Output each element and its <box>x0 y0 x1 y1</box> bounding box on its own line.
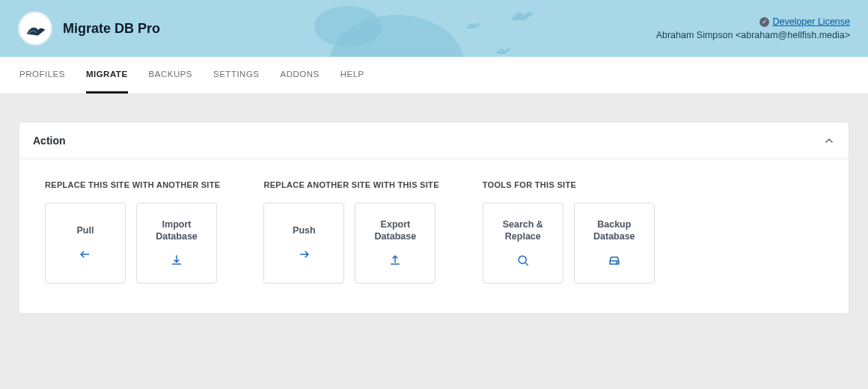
card-label: Export Database <box>363 218 427 243</box>
card-push[interactable]: Push <box>263 203 344 284</box>
user-line: Abraham Simpson <abraham@hellfish.media> <box>656 30 850 40</box>
card-label: Backup Database <box>582 218 647 243</box>
card-export-database[interactable]: Export Database <box>355 203 435 284</box>
group-replace-this: REPLACE THIS SITE WITH ANOTHER SITE Pull… <box>45 180 220 284</box>
app-title: Migrate DB Pro <box>63 21 160 37</box>
tab-settings[interactable]: SETTINGS <box>213 57 260 94</box>
download-icon <box>169 253 184 268</box>
svg-point-0 <box>519 256 526 263</box>
action-panel: Action REPLACE THIS SITE WITH ANOTHER SI… <box>19 123 849 313</box>
svg-point-1 <box>617 263 617 263</box>
decor-cloud <box>314 6 382 47</box>
card-backup-database[interactable]: Backup Database <box>574 203 655 284</box>
group-replace-another: REPLACE ANOTHER SITE WITH THIS SITE Push… <box>263 180 438 284</box>
decor-bird-icon <box>509 4 536 22</box>
card-label: Pull <box>77 224 94 236</box>
tab-help[interactable]: HELP <box>340 57 364 94</box>
panel-header[interactable]: Action <box>19 123 849 159</box>
chevron-up-icon <box>823 135 835 147</box>
app-header: Migrate DB Pro ✓ Developer License Abrah… <box>0 0 868 57</box>
group-title: REPLACE THIS SITE WITH ANOTHER SITE <box>45 180 220 189</box>
arrow-left-icon <box>78 247 93 262</box>
card-label: Push <box>293 224 316 236</box>
check-icon: ✓ <box>760 17 769 27</box>
card-label: Search & Replace <box>491 218 555 243</box>
decor-bird-icon <box>494 43 513 55</box>
group-title: REPLACE ANOTHER SITE WITH THIS SITE <box>263 180 438 189</box>
disk-icon <box>607 253 622 268</box>
card-pull[interactable]: Pull <box>45 203 126 284</box>
card-search-replace[interactable]: Search & Replace <box>483 203 563 284</box>
decor-bird-icon <box>464 18 483 30</box>
tab-migrate[interactable]: MIGRATE <box>86 57 128 94</box>
upload-icon <box>388 253 403 268</box>
card-import-database[interactable]: Import Database <box>136 203 217 284</box>
tab-bar: PROFILES MIGRATE BACKUPS SETTINGS ADDONS… <box>0 57 868 94</box>
header-right: ✓ Developer License Abraham Simpson <abr… <box>656 16 850 40</box>
arrow-right-icon <box>296 247 311 262</box>
tab-addons[interactable]: ADDONS <box>281 57 320 94</box>
panel-title: Action <box>33 135 66 147</box>
card-label: Import Database <box>144 218 209 243</box>
app-logo <box>18 11 52 46</box>
tab-profiles[interactable]: PROFILES <box>19 57 65 94</box>
license-link[interactable]: Developer License <box>772 16 850 27</box>
content-area: Action REPLACE THIS SITE WITH ANOTHER SI… <box>0 94 868 342</box>
tab-backups[interactable]: BACKUPS <box>149 57 192 94</box>
group-title: TOOLS FOR THIS SITE <box>483 180 655 189</box>
group-tools: TOOLS FOR THIS SITE Search & Replace Bac… <box>483 180 655 284</box>
panel-body: REPLACE THIS SITE WITH ANOTHER SITE Pull… <box>19 159 849 313</box>
search-icon <box>516 253 531 268</box>
